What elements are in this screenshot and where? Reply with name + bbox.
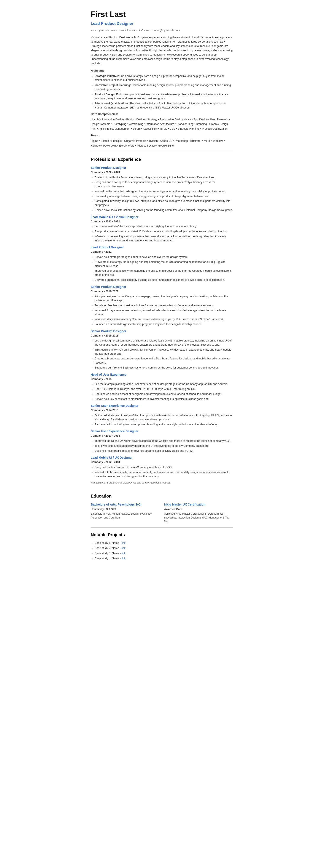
project-link-2[interactable]: link bbox=[121, 552, 126, 555]
project-link-1[interactable]: link bbox=[121, 547, 126, 550]
page-subtitle: Lead Product Designer bbox=[91, 21, 233, 27]
job-bullet-2-2: Improved user experience while managing … bbox=[95, 269, 233, 277]
page-name: First Last bbox=[91, 9, 233, 20]
job-bullet-3-1: Translated feedback into design solution… bbox=[95, 304, 233, 308]
job-bullet-8-0: Designed the first version of the myComp… bbox=[95, 465, 233, 469]
edu-detail-0: Emphasis in HCI, Human Factors, Social P… bbox=[91, 512, 160, 520]
job-bullets-0: Co-lead of the Profile Foundations team,… bbox=[91, 176, 233, 212]
project-item-2: Case study 3: Name - link bbox=[95, 551, 233, 555]
job-title-8: Lead Mobile UI / UX Designer bbox=[91, 456, 233, 460]
job-bullet-4-3: Supported our Pro and Business customers… bbox=[95, 366, 233, 370]
email-link[interactable]: name@mywebsite.com bbox=[153, 29, 180, 32]
job-bullet-2-3: Delivered operational excellence by buil… bbox=[95, 278, 233, 282]
job-bullet-2-0: Served as a strategic thought leader to … bbox=[95, 255, 233, 259]
job-title-7: Senior User Experience Designer bbox=[91, 429, 233, 434]
job-bullets-1: Led the formation of the native app desi… bbox=[91, 224, 233, 243]
job-company-date-8: Company • 2012 - 2013 bbox=[91, 460, 233, 464]
job-bullet-5-0: Led the strategic planning of the user e… bbox=[95, 382, 233, 386]
competencies-title: Core Competencies: bbox=[91, 112, 233, 116]
job-title-6: Senior User Experience Designer bbox=[91, 404, 233, 408]
job-bullets-2: Served as a strategic thought leader to … bbox=[91, 255, 233, 282]
job-bullets-6: Optimized all stages of design of the cl… bbox=[91, 413, 233, 427]
project-name-1: Name - bbox=[112, 547, 121, 550]
job-company-date-5: Company • 2015 bbox=[91, 377, 233, 381]
job-bullet-1-0: Led the formation of the native app desi… bbox=[95, 224, 233, 229]
job-bullet-7-1: Took ownership and strategically designe… bbox=[95, 444, 233, 448]
edu-school-1: Awarded Date bbox=[164, 507, 233, 512]
job-entry-8: Lead Mobile UI / UX DesignerCompany • 20… bbox=[91, 456, 233, 478]
job-bullet-3-0: Principle designer for the Company homep… bbox=[95, 294, 233, 303]
project-name-0: Name - bbox=[112, 541, 121, 545]
divider-1 bbox=[91, 152, 233, 152]
job-bullets-4: Led the design of all commerce or showca… bbox=[91, 339, 233, 370]
job-entry-5: Head of User ExperienceCompany • 2015Led… bbox=[91, 372, 233, 401]
job-bullet-0-4: Participated in weekly design reviews, c… bbox=[95, 199, 233, 207]
education-grid: Bachelors of Arts: Psychology, HCIUniver… bbox=[91, 502, 233, 524]
job-bullets-3: Principle designer for the Company homep… bbox=[91, 294, 233, 326]
tools-section: Tools: Figma • Sketch • Principle • Orig… bbox=[91, 133, 233, 148]
project-item-0: Case study 1: Name - link bbox=[95, 541, 233, 545]
job-bullet-0-3: Ran weekly meetings between design, engi… bbox=[95, 194, 233, 198]
highlight-item-3: Product Design: End to end product desig… bbox=[95, 93, 233, 101]
project-link-3[interactable]: link bbox=[121, 557, 126, 560]
job-company-date-3: Company • 2018-2021 bbox=[91, 289, 233, 293]
job-bullet-5-3: Served as a key consultant to stakeholde… bbox=[95, 397, 233, 401]
contact-line: www.mywebsite.com • www.linkedin.com/in/… bbox=[91, 28, 233, 32]
job-bullet-0-0: Co-lead of the Profile Foundations team,… bbox=[95, 176, 233, 180]
job-bullet-1-1: Ran product strategy for an updated ID C… bbox=[95, 229, 233, 234]
website-link[interactable]: www.mywebsite.com bbox=[91, 29, 115, 32]
tools-title: Tools: bbox=[91, 133, 233, 138]
highlight-item-4: Educational Qualifications: Received a B… bbox=[95, 101, 233, 110]
notable-projects-title: Notable Projects bbox=[91, 531, 233, 538]
job-bullet-8-1: Worked with business units, information … bbox=[95, 470, 233, 478]
edu-degree-1: NN/g Master UX Certification bbox=[164, 502, 233, 507]
linkedin-link[interactable]: www.linkedin.com/in/name bbox=[119, 29, 149, 32]
job-bullet-2-1: Drove product strategy for designing and… bbox=[95, 260, 233, 268]
project-link-0[interactable]: link bbox=[121, 541, 126, 545]
job-entry-6: Senior User Experience DesignerCompany •… bbox=[91, 404, 233, 427]
education-section-title: Education bbox=[91, 493, 233, 499]
job-bullets-8: Designed the first version of the myComp… bbox=[91, 465, 233, 478]
highlights-list: Strategic Initiatives: Can drive strateg… bbox=[91, 74, 233, 110]
job-company-date-4: Company • 2015-2018 bbox=[91, 334, 233, 338]
job-bullet-5-2: Coordinated and led a team of designers … bbox=[95, 392, 233, 396]
job-bullet-0-1: Designed and developed their component l… bbox=[95, 180, 233, 188]
job-bullets-5: Led the strategic planning of the user e… bbox=[91, 382, 233, 401]
job-bullet-6-0: Optimized all stages of design of the cl… bbox=[95, 413, 233, 422]
additional-note: *An additional 5 professional experience… bbox=[91, 481, 233, 485]
experience-section-title: Professional Experience bbox=[91, 156, 233, 162]
job-bullet-6-1: Partnered with marketing to create updat… bbox=[95, 423, 233, 427]
highlight-item-2: Innovative Project Planning: Comfortable… bbox=[95, 83, 233, 91]
job-bullet-3-3: Increased daily active users by26% and i… bbox=[95, 317, 233, 321]
job-entry-2: Lead Product DesignerCompany • 2021Serve… bbox=[91, 245, 233, 282]
job-company-date-1: Company • 2021 - 2022 bbox=[91, 220, 233, 224]
project-name-2: Name - bbox=[112, 552, 121, 555]
job-bullet-3-4: Founded an internal design mentorship pr… bbox=[95, 322, 233, 327]
job-entry-1: Lead Mobile UX / Visual DesignerCompany … bbox=[91, 215, 233, 243]
job-bullets-7: Improved the UI and UX within several as… bbox=[91, 439, 233, 453]
job-entry-3: Senior Product DesignerCompany • 2018-20… bbox=[91, 285, 233, 327]
job-bullet-7-0: Improved the UI and UX within several as… bbox=[95, 439, 233, 443]
divider-3 bbox=[91, 527, 233, 528]
job-entry-7: Senior User Experience DesignerCompany •… bbox=[91, 429, 233, 453]
job-entry-0: Senior Product DesignerCompany • 2022 - … bbox=[91, 165, 233, 212]
job-title-2: Lead Product Designer bbox=[91, 245, 233, 250]
job-title-0: Senior Product Designer bbox=[91, 165, 233, 170]
divider-2 bbox=[91, 489, 233, 489]
job-entry-4: Senior Product DesignerCompany • 2015-20… bbox=[91, 329, 233, 370]
job-bullet-4-1: This resulted in 7% YoY print growth, 8%… bbox=[95, 348, 233, 356]
job-title-3: Senior Product Designer bbox=[91, 285, 233, 289]
summary-text: Visionary Lead Product Designer with 10+… bbox=[91, 35, 233, 65]
job-company-date-0: Company • 2022 - 2023 bbox=[91, 170, 233, 175]
job-bullet-0-5: Helped drive social interactions by serv… bbox=[95, 208, 233, 212]
notable-projects-list: Case study 1: Name - linkCase study 2: N… bbox=[91, 541, 233, 560]
job-bullet-3-2: Improved 7 day average user retention, s… bbox=[95, 308, 233, 317]
competencies-text: UI • UX • Interaction Design • Product D… bbox=[91, 117, 233, 131]
job-bullet-4-0: Led the design of all commerce or showca… bbox=[95, 339, 233, 347]
job-bullet-5-1: Had 10.00 installs in 13 days, and over … bbox=[95, 387, 233, 391]
edu-detail-1: Achieved NN/g Master Certification in Da… bbox=[164, 512, 233, 524]
edu-degree-0: Bachelors of Arts: Psychology, HCI bbox=[91, 502, 160, 507]
project-name-3: Name - bbox=[112, 557, 121, 560]
jobs-container: Senior Product DesignerCompany • 2022 - … bbox=[91, 165, 233, 478]
job-bullet-0-2: Worked on the team that redesigned the h… bbox=[95, 189, 233, 193]
